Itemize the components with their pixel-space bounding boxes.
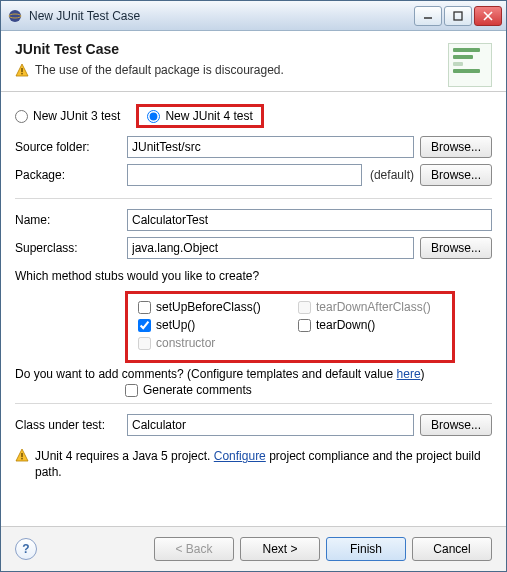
- checkbox-constructor-label: constructor: [156, 336, 215, 350]
- checkbox-teardownafterclass: tearDownAfterClass(): [298, 300, 438, 314]
- checkbox-teardown-input[interactable]: [298, 319, 311, 332]
- dialog-header: JUnit Test Case The use of the default p…: [1, 31, 506, 92]
- checkbox-constructor-input: [138, 337, 151, 350]
- stubs-question: Which method stubs would you like to cre…: [15, 269, 492, 283]
- package-label: Package:: [15, 168, 121, 182]
- minimize-button[interactable]: [414, 6, 442, 26]
- cancel-button[interactable]: Cancel: [412, 537, 492, 561]
- radio-junit4[interactable]: New JUnit 4 test: [147, 109, 252, 123]
- checkbox-setup[interactable]: setUp(): [138, 318, 278, 332]
- warning-icon: [15, 63, 29, 77]
- svg-point-0: [9, 10, 21, 22]
- checkbox-constructor: constructor: [138, 336, 278, 350]
- svg-rect-11: [21, 458, 22, 459]
- maximize-button[interactable]: [444, 6, 472, 26]
- source-folder-label: Source folder:: [15, 140, 121, 154]
- checkbox-setup-label: setUp(): [156, 318, 195, 332]
- name-label: Name:: [15, 213, 121, 227]
- checkbox-teardownafterclass-input: [298, 301, 311, 314]
- highlight-junit4: New JUnit 4 test: [136, 104, 263, 128]
- checkbox-generate-comments-input[interactable]: [125, 384, 138, 397]
- package-input[interactable]: [127, 164, 362, 186]
- checkbox-teardown-label: tearDown(): [316, 318, 375, 332]
- browse-package-button[interactable]: Browse...: [420, 164, 492, 186]
- checkbox-teardown[interactable]: tearDown(): [298, 318, 438, 332]
- eclipse-icon: [7, 8, 23, 24]
- checkbox-setupbeforeclass-input[interactable]: [138, 301, 151, 314]
- svg-rect-10: [21, 453, 22, 457]
- name-input[interactable]: [127, 209, 492, 231]
- checkbox-generate-comments[interactable]: Generate comments: [125, 383, 492, 397]
- class-under-test-input[interactable]: [127, 414, 414, 436]
- superclass-label: Superclass:: [15, 241, 121, 255]
- stubs-group: setUpBeforeClass() tearDownAfterClass() …: [125, 291, 455, 363]
- next-button[interactable]: Next >: [240, 537, 320, 561]
- browse-source-folder-button[interactable]: Browse...: [420, 136, 492, 158]
- class-under-test-label: Class under test:: [15, 418, 121, 432]
- browse-superclass-button[interactable]: Browse...: [420, 237, 492, 259]
- checkbox-teardownafterclass-label: tearDownAfterClass(): [316, 300, 431, 314]
- close-button[interactable]: [474, 6, 502, 26]
- svg-rect-7: [21, 68, 22, 72]
- divider: [15, 403, 492, 404]
- window-title: New JUnit Test Case: [29, 9, 414, 23]
- radio-junit4-input[interactable]: [147, 110, 160, 123]
- source-folder-input[interactable]: [127, 136, 414, 158]
- radio-junit3[interactable]: New JUnit 3 test: [15, 109, 120, 123]
- radio-junit3-input[interactable]: [15, 110, 28, 123]
- superclass-input[interactable]: [127, 237, 414, 259]
- compliance-warning: JUnit 4 requires a Java 5 project. Confi…: [15, 448, 492, 480]
- warning-icon: [15, 448, 29, 462]
- dialog-footer: ? < Back Next > Finish Cancel: [1, 526, 506, 571]
- comments-question: Do you want to add comments? (Configure …: [15, 367, 492, 381]
- package-default-suffix: (default): [370, 168, 414, 182]
- divider: [15, 198, 492, 199]
- page-title: JUnit Test Case: [15, 41, 492, 57]
- checkbox-generate-comments-label: Generate comments: [143, 383, 252, 397]
- configure-compliance-link[interactable]: Configure: [214, 449, 266, 463]
- configure-templates-link[interactable]: here: [397, 367, 421, 381]
- svg-rect-8: [21, 73, 22, 74]
- checkbox-setupbeforeclass[interactable]: setUpBeforeClass(): [138, 300, 278, 314]
- browse-class-under-test-button[interactable]: Browse...: [420, 414, 492, 436]
- back-button: < Back: [154, 537, 234, 561]
- warning-text: The use of the default package is discou…: [35, 63, 284, 77]
- finish-button[interactable]: Finish: [326, 537, 406, 561]
- svg-rect-3: [454, 12, 462, 20]
- junit-wizard-icon: [448, 43, 492, 87]
- radio-junit3-label: New JUnit 3 test: [33, 109, 120, 123]
- radio-junit4-label: New JUnit 4 test: [165, 109, 252, 123]
- dialog-content: New JUnit 3 test New JUnit 4 test Source…: [1, 92, 506, 526]
- checkbox-setupbeforeclass-label: setUpBeforeClass(): [156, 300, 261, 314]
- title-bar: New JUnit Test Case: [1, 1, 506, 31]
- help-button[interactable]: ?: [15, 538, 37, 560]
- checkbox-setup-input[interactable]: [138, 319, 151, 332]
